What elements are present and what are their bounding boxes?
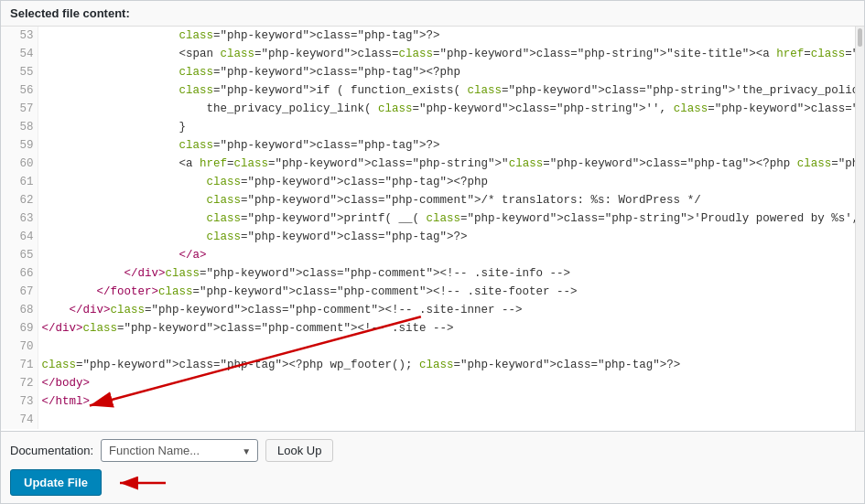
main-container: Selected file content: 53 class="php-key… xyxy=(0,0,865,504)
table-row: 58 } xyxy=(1,118,855,136)
bottom-toolbar: Documentation: Function Name...get_heade… xyxy=(1,431,864,503)
line-number: 66 xyxy=(1,264,38,283)
documentation-row: Documentation: Function Name...get_heade… xyxy=(10,439,855,462)
line-code: class="php-keyword">class="php-tag">?> xyxy=(38,228,855,246)
line-number: 64 xyxy=(1,228,38,246)
red-arrow-button-indicator xyxy=(113,470,168,496)
table-row: 53 class="php-keyword">class="php-tag">?… xyxy=(1,27,855,45)
code-area: 53 class="php-keyword">class="php-tag">?… xyxy=(1,27,864,431)
line-code: class="php-keyword">class="php-tag">?> xyxy=(38,136,855,155)
line-number: 71 xyxy=(1,356,38,374)
line-code xyxy=(38,411,855,429)
table-row: 54 <span class="php-keyword">class=class… xyxy=(1,45,855,63)
function-select-wrapper: Function Name...get_headerget_footerblog… xyxy=(101,439,258,462)
line-number: 58 xyxy=(1,118,38,136)
line-number: 53 xyxy=(1,27,38,45)
line-code: class="php-keyword">if ( function_exists… xyxy=(38,81,855,100)
table-row: 61 class="php-keyword">class="php-tag"><… xyxy=(1,173,855,191)
table-row: 56 class="php-keyword">if ( function_exi… xyxy=(1,81,855,100)
table-row: 60 <a href=class="php-keyword">class="ph… xyxy=(1,155,855,173)
table-row: 64 class="php-keyword">class="php-tag">?… xyxy=(1,228,855,246)
line-code: class="php-keyword">printf( __( class="p… xyxy=(38,209,855,228)
line-number: 56 xyxy=(1,81,38,100)
line-code xyxy=(38,338,855,356)
code-table: 53 class="php-keyword">class="php-tag">?… xyxy=(1,27,855,429)
line-number: 62 xyxy=(1,191,38,209)
update-row: Update File xyxy=(10,469,855,496)
line-code: </body> xyxy=(38,374,855,392)
line-code: class="php-keyword">class="php-tag"><?ph… xyxy=(38,63,855,81)
table-row: 73</html> xyxy=(1,392,855,411)
line-number: 74 xyxy=(1,411,38,429)
line-code: </div>class="php-keyword">class="php-com… xyxy=(38,319,855,338)
line-code: class="php-keyword">class="php-tag"><?ph… xyxy=(38,356,855,374)
table-row: 55 class="php-keyword">class="php-tag"><… xyxy=(1,63,855,81)
line-number: 54 xyxy=(1,45,38,63)
line-code: </a> xyxy=(38,246,855,264)
table-row: 65 </a> xyxy=(1,246,855,264)
line-number: 61 xyxy=(1,173,38,191)
line-number: 63 xyxy=(1,209,38,228)
line-number: 57 xyxy=(1,100,38,118)
table-row: 71class="php-keyword">class="php-tag"><?… xyxy=(1,356,855,374)
table-row: 62 class="php-keyword">class="php-commen… xyxy=(1,191,855,209)
line-code: } xyxy=(38,118,855,136)
line-code: class="php-keyword">class="php-comment">… xyxy=(38,191,855,209)
line-number: 65 xyxy=(1,246,38,264)
line-code: class="php-keyword">class="php-tag">?> xyxy=(38,27,855,45)
line-code: class="php-keyword">class="php-tag"><?ph… xyxy=(38,173,855,191)
line-number: 73 xyxy=(1,392,38,411)
table-row: 68 </div>class="php-keyword">class="php-… xyxy=(1,301,855,319)
line-number: 69 xyxy=(1,319,38,338)
line-number: 70 xyxy=(1,338,38,356)
table-row: 63 class="php-keyword">printf( __( class… xyxy=(1,209,855,228)
documentation-label: Documentation: xyxy=(10,444,93,457)
look-up-button[interactable]: Look Up xyxy=(265,439,333,462)
line-code: <a href=class="php-keyword">class="php-s… xyxy=(38,155,855,173)
table-row: 67 </footer>class="php-keyword">class="p… xyxy=(1,283,855,301)
line-number: 60 xyxy=(1,155,38,173)
line-number: 72 xyxy=(1,374,38,392)
line-number: 59 xyxy=(1,136,38,155)
table-row: 69</div>class="php-keyword">class="php-c… xyxy=(1,319,855,338)
line-code: the_privacy_policy_link( class="php-keyw… xyxy=(38,100,855,118)
table-row: 59 class="php-keyword">class="php-tag">?… xyxy=(1,136,855,155)
line-number: 55 xyxy=(1,63,38,81)
table-row: 74 xyxy=(1,411,855,429)
line-code: </div>class="php-keyword">class="php-com… xyxy=(38,264,855,283)
selected-file-label: Selected file content: xyxy=(1,1,864,27)
line-code: </footer>class="php-keyword">class="php-… xyxy=(38,283,855,301)
table-row: 70 xyxy=(1,338,855,356)
line-code: </html> xyxy=(38,392,855,411)
function-name-select[interactable]: Function Name...get_headerget_footerblog… xyxy=(101,439,258,462)
update-file-button[interactable]: Update File xyxy=(10,469,102,496)
table-row: 57 the_privacy_policy_link( class="php-k… xyxy=(1,100,855,118)
table-row: 72</body> xyxy=(1,374,855,392)
line-number: 67 xyxy=(1,283,38,301)
scrollbar[interactable] xyxy=(855,27,864,431)
line-code: </div>class="php-keyword">class="php-com… xyxy=(38,301,855,319)
code-scroll[interactable]: 53 class="php-keyword">class="php-tag">?… xyxy=(1,27,855,431)
line-number: 68 xyxy=(1,301,38,319)
table-row: 66 </div>class="php-keyword">class="php-… xyxy=(1,264,855,283)
line-code: <span class="php-keyword">class=class="p… xyxy=(38,45,855,63)
